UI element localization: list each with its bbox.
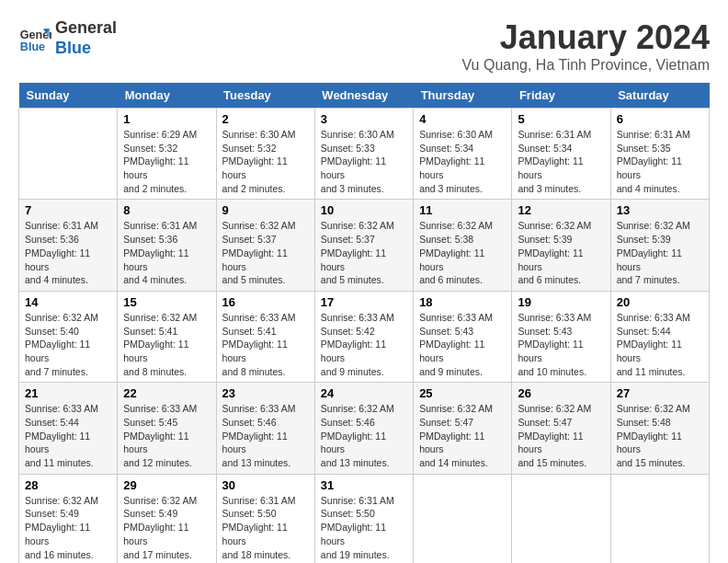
calendar-cell: 28Sunrise: 6:32 AMSunset: 5:49 PMDayligh… [19,474,118,563]
calendar-cell [19,109,118,200]
day-info: Sunrise: 6:32 AMSunset: 5:37 PMDaylight:… [222,219,309,286]
day-info: Sunrise: 6:33 AMSunset: 5:41 PMDaylight:… [222,311,309,378]
calendar-cell: 26Sunrise: 6:32 AMSunset: 5:47 PMDayligh… [512,383,610,474]
calendar-cell: 15Sunrise: 6:32 AMSunset: 5:41 PMDayligh… [118,291,216,382]
day-number: 12 [518,203,604,217]
day-number: 20 [617,295,703,309]
day-info: Sunrise: 6:33 AMSunset: 5:44 PMDaylight:… [25,402,111,469]
day-of-week-header: Thursday [414,83,512,109]
day-number: 16 [222,295,309,309]
calendar-cell: 17Sunrise: 6:33 AMSunset: 5:42 PMDayligh… [314,291,413,382]
calendar-week-row: 1Sunrise: 6:29 AMSunset: 5:32 PMDaylight… [19,109,710,200]
day-info: Sunrise: 6:31 AMSunset: 5:35 PMDaylight:… [617,128,703,195]
day-number: 8 [123,203,210,217]
day-info: Sunrise: 6:31 AMSunset: 5:34 PMDaylight:… [518,128,604,195]
day-number: 29 [123,478,210,492]
day-info: Sunrise: 6:32 AMSunset: 5:49 PMDaylight:… [25,494,111,561]
calendar-week-row: 28Sunrise: 6:32 AMSunset: 5:49 PMDayligh… [19,474,710,563]
calendar-cell: 12Sunrise: 6:32 AMSunset: 5:39 PMDayligh… [512,200,610,291]
calendar-cell: 13Sunrise: 6:32 AMSunset: 5:39 PMDayligh… [610,200,709,291]
calendar-week-row: 14Sunrise: 6:32 AMSunset: 5:40 PMDayligh… [19,291,710,382]
calendar-cell: 29Sunrise: 6:32 AMSunset: 5:49 PMDayligh… [118,474,216,563]
calendar-cell: 2Sunrise: 6:30 AMSunset: 5:32 PMDaylight… [216,109,314,200]
calendar-subtitle: Vu Quang, Ha Tinh Province, Vietnam [462,57,710,74]
day-info: Sunrise: 6:33 AMSunset: 5:46 PMDaylight:… [222,402,309,469]
calendar-cell: 30Sunrise: 6:31 AMSunset: 5:50 PMDayligh… [216,474,314,563]
calendar-cell: 4Sunrise: 6:30 AMSunset: 5:34 PMDaylight… [414,109,512,200]
day-number: 14 [25,295,111,309]
calendar-cell: 6Sunrise: 6:31 AMSunset: 5:35 PMDaylight… [610,109,709,200]
day-info: Sunrise: 6:31 AMSunset: 5:50 PMDaylight:… [321,494,407,561]
day-number: 21 [25,386,111,400]
calendar-cell: 23Sunrise: 6:33 AMSunset: 5:46 PMDayligh… [216,383,314,474]
day-number: 18 [419,295,506,309]
day-number: 24 [321,386,407,400]
day-of-week-header: Monday [118,83,216,109]
day-of-week-header: Tuesday [216,83,314,109]
calendar-table: SundayMondayTuesdayWednesdayThursdayFrid… [18,83,710,563]
day-number: 1 [123,112,210,126]
calendar-cell: 7Sunrise: 6:31 AMSunset: 5:36 PMDaylight… [19,200,118,291]
calendar-cell: 20Sunrise: 6:33 AMSunset: 5:44 PMDayligh… [610,291,709,382]
calendar-cell [512,474,610,563]
page-header: General Blue General Blue January 2024 V… [18,18,710,74]
svg-text:Blue: Blue [20,40,45,52]
day-number: 11 [419,203,506,217]
calendar-cell: 5Sunrise: 6:31 AMSunset: 5:34 PMDaylight… [512,109,610,200]
calendar-cell: 9Sunrise: 6:32 AMSunset: 5:37 PMDaylight… [216,200,314,291]
day-info: Sunrise: 6:33 AMSunset: 5:43 PMDaylight:… [518,311,604,378]
day-of-week-header: Friday [512,83,610,109]
logo: General Blue General Blue [18,18,117,58]
day-info: Sunrise: 6:33 AMSunset: 5:44 PMDaylight:… [617,311,703,378]
day-info: Sunrise: 6:33 AMSunset: 5:43 PMDaylight:… [419,311,506,378]
day-info: Sunrise: 6:32 AMSunset: 5:40 PMDaylight:… [25,311,111,378]
day-info: Sunrise: 6:32 AMSunset: 5:47 PMDaylight:… [518,402,604,469]
logo-line2: Blue [55,39,117,59]
day-number: 13 [617,203,703,217]
calendar-cell: 16Sunrise: 6:33 AMSunset: 5:41 PMDayligh… [216,291,314,382]
day-number: 31 [321,478,407,492]
day-info: Sunrise: 6:32 AMSunset: 5:39 PMDaylight:… [617,219,703,286]
calendar-cell: 21Sunrise: 6:33 AMSunset: 5:44 PMDayligh… [19,383,118,474]
day-number: 19 [518,295,604,309]
day-number: 22 [123,386,210,400]
day-number: 6 [617,112,703,126]
calendar-cell: 31Sunrise: 6:31 AMSunset: 5:50 PMDayligh… [314,474,413,563]
day-info: Sunrise: 6:32 AMSunset: 5:46 PMDaylight:… [321,402,407,469]
day-info: Sunrise: 6:32 AMSunset: 5:49 PMDaylight:… [123,494,210,561]
calendar-cell: 19Sunrise: 6:33 AMSunset: 5:43 PMDayligh… [512,291,610,382]
logo-line1: General [55,18,117,39]
day-number: 10 [321,203,407,217]
day-info: Sunrise: 6:30 AMSunset: 5:33 PMDaylight:… [321,128,407,195]
day-info: Sunrise: 6:31 AMSunset: 5:36 PMDaylight:… [25,219,111,286]
day-of-week-header: Saturday [610,83,709,109]
day-info: Sunrise: 6:33 AMSunset: 5:42 PMDaylight:… [321,311,407,378]
calendar-cell: 27Sunrise: 6:32 AMSunset: 5:48 PMDayligh… [610,383,709,474]
calendar-cell: 11Sunrise: 6:32 AMSunset: 5:38 PMDayligh… [414,200,512,291]
day-number: 28 [25,478,111,492]
day-info: Sunrise: 6:32 AMSunset: 5:37 PMDaylight:… [321,219,407,286]
calendar-cell: 3Sunrise: 6:30 AMSunset: 5:33 PMDaylight… [314,109,413,200]
day-number: 15 [123,295,210,309]
calendar-cell [414,474,512,563]
day-info: Sunrise: 6:32 AMSunset: 5:47 PMDaylight:… [419,402,506,469]
calendar-cell [610,474,709,563]
day-info: Sunrise: 6:29 AMSunset: 5:32 PMDaylight:… [123,128,210,195]
calendar-cell: 22Sunrise: 6:33 AMSunset: 5:45 PMDayligh… [118,383,216,474]
day-number: 23 [222,386,309,400]
day-number: 9 [222,203,309,217]
day-number: 26 [518,386,604,400]
day-number: 17 [321,295,407,309]
calendar-cell: 18Sunrise: 6:33 AMSunset: 5:43 PMDayligh… [414,291,512,382]
day-info: Sunrise: 6:31 AMSunset: 5:50 PMDaylight:… [222,494,309,561]
days-header-row: SundayMondayTuesdayWednesdayThursdayFrid… [19,83,710,109]
day-of-week-header: Wednesday [314,83,413,109]
day-info: Sunrise: 6:32 AMSunset: 5:39 PMDaylight:… [518,219,604,286]
day-info: Sunrise: 6:31 AMSunset: 5:36 PMDaylight:… [123,219,210,286]
day-info: Sunrise: 6:33 AMSunset: 5:45 PMDaylight:… [123,402,210,469]
day-number: 27 [617,386,703,400]
day-number: 30 [222,478,309,492]
calendar-week-row: 7Sunrise: 6:31 AMSunset: 5:36 PMDaylight… [19,200,710,291]
day-info: Sunrise: 6:32 AMSunset: 5:48 PMDaylight:… [617,402,703,469]
calendar-cell: 1Sunrise: 6:29 AMSunset: 5:32 PMDaylight… [118,109,216,200]
